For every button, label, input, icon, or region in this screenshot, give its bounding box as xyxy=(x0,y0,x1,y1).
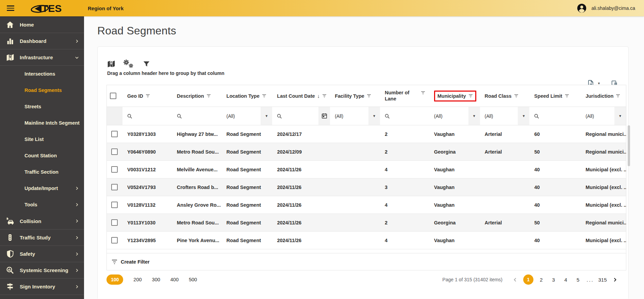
header-filter-icon[interactable] xyxy=(207,94,211,98)
sidebar-item-tools[interactable]: Tools xyxy=(0,196,84,213)
row-checkbox[interactable] xyxy=(111,202,118,208)
filter-cell-municipality[interactable]: (All)▼ xyxy=(429,107,480,125)
scrollbar-thumb[interactable] xyxy=(628,125,630,166)
filter-cell-last_count_date[interactable] xyxy=(272,107,330,125)
chevron-right-icon xyxy=(75,252,79,256)
header-filter-icon[interactable] xyxy=(367,94,371,98)
column-header-last_count_date[interactable]: Last Count Date↓ xyxy=(272,85,330,107)
header-filter-icon[interactable] xyxy=(262,94,266,98)
dropdown-button[interactable]: ▼ xyxy=(368,107,380,125)
dropdown-button[interactable]: ▼ xyxy=(518,107,529,125)
sidebar-item-road-segments[interactable]: Road Segments xyxy=(0,82,84,98)
row-checkbox[interactable] xyxy=(111,219,118,226)
header-filter-icon[interactable] xyxy=(421,91,425,95)
filter-cell-road_class[interactable]: (All)▼ xyxy=(480,107,530,125)
page-number-315[interactable]: 315 xyxy=(598,277,607,283)
page-size-500[interactable]: 500 xyxy=(189,277,197,282)
page-number-2[interactable]: 2 xyxy=(537,277,546,283)
settings-gears-icon[interactable] xyxy=(123,59,134,69)
dropdown-button[interactable]: ▼ xyxy=(261,107,272,125)
cell-number_of_lane: 2 xyxy=(380,214,429,231)
table-row[interactable]: Y1234V2895Pine York Avenu...Road Segment… xyxy=(107,232,626,249)
table-row[interactable]: Y0113Y1030Metro Road Sou...Road Segment2… xyxy=(107,214,626,232)
sidebar-item-home[interactable]: Home xyxy=(0,16,84,33)
create-filter-button[interactable]: Create Filter xyxy=(107,253,626,270)
column-header-geo_id[interactable]: Geo ID xyxy=(122,85,172,107)
column-header-jurisdiction[interactable]: Jurisdiction xyxy=(581,85,626,107)
user-avatar-icon[interactable] xyxy=(577,3,587,13)
filter-cell-number_of_lane[interactable] xyxy=(380,107,429,125)
page-number-5[interactable]: 5 xyxy=(574,277,582,283)
filter-funnel-icon[interactable] xyxy=(143,60,150,68)
sidebar-item-label: Traffic Section xyxy=(24,169,59,175)
filter-value: (All) xyxy=(335,113,343,119)
row-checkbox[interactable] xyxy=(111,237,118,243)
table-row[interactable]: Y0646Y0890Metro Road Sou...Road Segment2… xyxy=(107,143,626,161)
sidebar-item-count-station[interactable]: Count Station xyxy=(0,147,84,164)
table-row[interactable]: V0524V1793Crofters Road b...Road Segment… xyxy=(107,178,626,196)
row-checkbox[interactable] xyxy=(111,166,118,173)
previous-page-icon[interactable] xyxy=(511,277,520,282)
grid-vertical-scrollbar[interactable] xyxy=(628,125,630,267)
svg-text:TES: TES xyxy=(42,3,62,14)
page-size-300[interactable]: 300 xyxy=(152,277,160,282)
column-header-facility_type[interactable]: Facility Type xyxy=(330,85,380,107)
cell-description: Ansley Grove Ro... xyxy=(172,196,222,214)
header-filter-icon[interactable] xyxy=(514,94,518,98)
sidebar-item-traffic-section[interactable]: Traffic Section xyxy=(0,164,84,180)
filter-cell-description[interactable] xyxy=(172,107,222,125)
sidebar-item-mainline-intch-segment[interactable]: Mainline Intch Segment xyxy=(0,115,84,131)
sidebar-item-update-import[interactable]: Update/Import xyxy=(0,180,84,196)
sidebar-item-collision[interactable]: Collision xyxy=(0,213,84,229)
filter-cell-facility_type[interactable]: (All)▼ xyxy=(330,107,380,125)
filter-cell-speed_limit[interactable] xyxy=(529,107,581,125)
page-number-3[interactable]: 3 xyxy=(549,277,558,283)
hamburger-menu-icon[interactable] xyxy=(7,5,14,11)
next-page-icon[interactable] xyxy=(610,277,620,282)
sidebar-item-site-list[interactable]: Site List xyxy=(0,131,84,147)
table-row[interactable]: V0031V1212Melville Avenue...Road Segment… xyxy=(107,161,626,178)
table-row[interactable]: Y0328Y1303Highway 27 btw...Road Segment2… xyxy=(107,125,626,143)
sidebar-item-infrastructure[interactable]: Infrastructure xyxy=(0,49,84,65)
row-checkbox[interactable] xyxy=(111,148,118,155)
map-pin-icon[interactable] xyxy=(106,60,116,68)
page-size-400[interactable]: 400 xyxy=(170,277,179,282)
export-options-caret-icon[interactable]: ▼ xyxy=(597,82,600,85)
column-header-speed_limit[interactable]: Speed Limit xyxy=(529,85,581,107)
cell-facility_type xyxy=(330,125,380,143)
row-checkbox[interactable] xyxy=(111,184,118,190)
dropdown-button[interactable]: ▼ xyxy=(614,107,626,125)
cell-last_count_date: 2024/11/26 xyxy=(272,161,330,178)
filter-cell-location_type[interactable]: (All)▼ xyxy=(222,107,273,125)
row-checkbox[interactable] xyxy=(111,131,118,137)
column-header-number_of_lane[interactable]: Number of Lane xyxy=(380,85,429,107)
sidebar-item-safety[interactable]: Safety xyxy=(0,246,84,262)
sidebar-item-sign-inventory[interactable]: Sign Inventory xyxy=(0,278,84,295)
table-row[interactable]: V0128V1132Ansley Grove Ro...Road Segment… xyxy=(107,196,626,214)
page-number-1[interactable]: 1 xyxy=(523,274,533,285)
column-header-description[interactable]: Description xyxy=(172,85,222,107)
page-size-100[interactable]: 100 xyxy=(106,274,123,285)
header-filter-icon[interactable] xyxy=(468,94,473,98)
column-header-road_class[interactable]: Road Class xyxy=(480,85,530,107)
header-filter-icon[interactable] xyxy=(146,94,150,98)
sidebar-item-label: Road Segments xyxy=(24,88,62,93)
sidebar-item-intersections[interactable]: Intersections xyxy=(0,66,84,82)
filter-cell-geo_id[interactable] xyxy=(122,107,172,125)
page-size-200[interactable]: 200 xyxy=(133,277,142,282)
filter-cell-jurisdiction[interactable]: (All)▼ xyxy=(581,107,626,125)
sidebar-item-traffic-study[interactable]: Traffic Study xyxy=(0,229,84,246)
sidebar-item-dashboard[interactable]: Dashboard xyxy=(0,33,84,49)
select-all-checkbox[interactable] xyxy=(110,93,116,99)
sidebar: HomeDashboardInfrastructureIntersections… xyxy=(0,16,84,299)
sidebar-item-streets[interactable]: Streets xyxy=(0,98,84,115)
dropdown-button[interactable]: ▼ xyxy=(468,107,480,125)
calendar-button[interactable] xyxy=(318,107,330,125)
sidebar-item-systemic-screening[interactable]: Systemic Screening xyxy=(0,262,84,278)
header-filter-icon[interactable] xyxy=(565,94,569,98)
column-header-municipality[interactable]: Municipality xyxy=(429,85,480,107)
header-filter-icon[interactable] xyxy=(616,94,620,98)
header-filter-icon[interactable] xyxy=(322,94,327,98)
page-number-4[interactable]: 4 xyxy=(561,277,570,283)
column-header-location_type[interactable]: Location Type xyxy=(222,85,273,107)
